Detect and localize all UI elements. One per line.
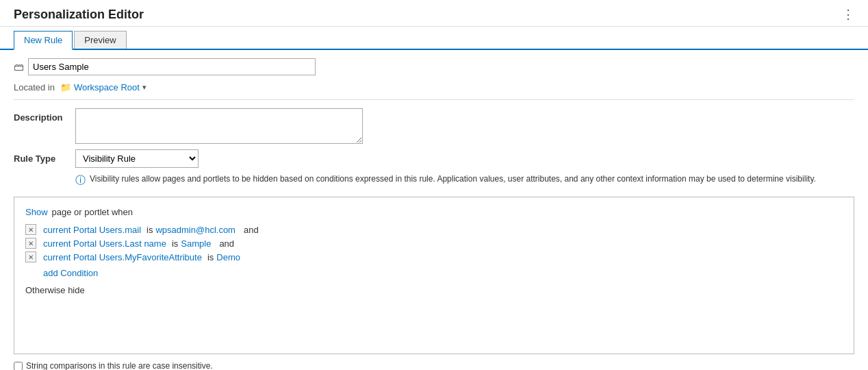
otherwise-row: Otherwise hide — [25, 285, 843, 295]
cond-connector-2: and — [219, 238, 234, 249]
app-title: Personalization Editor — [14, 8, 144, 22]
tab-new-rule[interactable]: New Rule — [14, 31, 73, 50]
location-dropdown-icon[interactable]: ▾ — [142, 83, 146, 92]
name-row: 🗃 — [14, 58, 854, 75]
rule-type-label: Rule Type — [14, 149, 75, 164]
description-textarea[interactable] — [75, 108, 363, 144]
cond-operator-3: is — [207, 252, 214, 262]
cond-value-2[interactable]: Sample — [181, 238, 211, 249]
condition-delete-3[interactable]: ✕ — [25, 251, 36, 262]
name-input[interactable] — [28, 58, 316, 75]
name-icon: 🗃 — [14, 61, 24, 73]
info-row: ⓘ Visibility rules allow pages and portl… — [75, 173, 854, 187]
condition-delete-2[interactable]: ✕ — [25, 238, 36, 249]
location-label: Located in — [14, 82, 55, 92]
add-condition-link[interactable]: add Condition — [43, 268, 843, 278]
app-header: Personalization Editor ⋮ — [0, 0, 868, 27]
cond-operator-1: is — [146, 225, 153, 235]
cond-value-1[interactable]: wpsadmin@hcl.com — [155, 225, 235, 235]
info-icon: ⓘ — [75, 174, 86, 187]
case-insensitive-row: String comparisons in this rule are case… — [14, 361, 854, 370]
description-label: Description — [14, 108, 75, 123]
location-icon: 📁 — [60, 82, 71, 92]
condition-row-2: ✕ current Portal Users.Last name is Samp… — [25, 238, 843, 249]
tab-bar: New Rule Preview — [0, 27, 868, 50]
condition-row-1: ✕ current Portal Users.mail is wpsadmin@… — [25, 224, 843, 235]
rule-editor: Show page or portlet when ✕ current Port… — [14, 197, 854, 354]
rule-type-row: Rule Type Visibility Rule Personalizatio… — [14, 149, 854, 168]
show-link[interactable]: Show — [25, 207, 48, 217]
cond-connector-1: and — [244, 225, 259, 235]
main-content: 🗃 Located in 📁 Workspace Root ▾ Descript… — [0, 50, 868, 370]
info-text: Visibility rules allow pages and portlet… — [90, 173, 816, 185]
cond-attribute-3[interactable]: current Portal Users.MyFavoriteAttribute — [43, 252, 202, 262]
case-insensitive-checkbox[interactable] — [14, 362, 23, 371]
show-row: Show page or portlet when — [25, 207, 843, 217]
case-insensitive-label: String comparisons in this rule are case… — [26, 361, 213, 370]
location-value[interactable]: Workspace Root — [74, 82, 140, 92]
cond-value-3[interactable]: Demo — [216, 252, 240, 262]
show-suffix: page or portlet when — [52, 207, 133, 217]
menu-icon[interactable]: ⋮ — [842, 7, 854, 22]
otherwise-text: Otherwise hide — [25, 285, 85, 295]
condition-delete-1[interactable]: ✕ — [25, 224, 36, 235]
condition-row-3: ✕ current Portal Users.MyFavoriteAttribu… — [25, 251, 843, 262]
description-row: Description — [14, 108, 854, 144]
cond-attribute-2[interactable]: current Portal Users.Last name — [43, 238, 166, 249]
rule-type-select[interactable]: Visibility Rule Personalization Rule — [75, 149, 199, 168]
cond-operator-2: is — [172, 238, 178, 249]
cond-attribute-1[interactable]: current Portal Users.mail — [43, 225, 141, 235]
tab-preview[interactable]: Preview — [74, 31, 126, 49]
location-row: Located in 📁 Workspace Root ▾ — [14, 82, 854, 100]
